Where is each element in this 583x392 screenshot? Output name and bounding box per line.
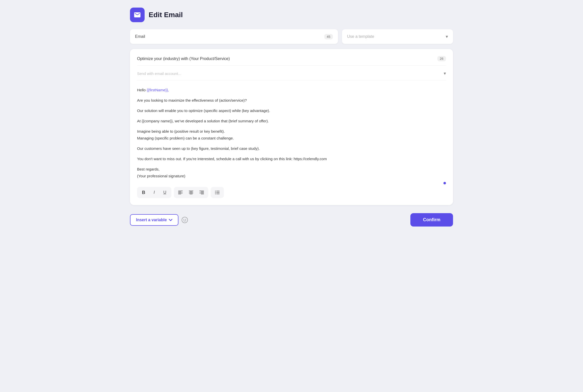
svg-rect-10 [199,193,204,193]
list-button[interactable] [214,189,221,196]
bold-button[interactable]: B [140,189,147,196]
insert-variable-arrow-icon [169,218,172,222]
svg-rect-9 [201,192,204,192]
header: Edit Email [130,8,453,22]
svg-rect-1 [178,192,181,192]
svg-point-18 [182,217,188,223]
insert-variable-button[interactable]: Insert a variable [130,214,178,226]
italic-button[interactable]: I [151,189,158,196]
body-line-3: Our solution will enable you to optimize… [137,107,446,114]
body-line-2: Are you looking to maximize the effectiv… [137,97,446,104]
emoji-button[interactable] [181,217,188,223]
page-title: Edit Email [149,11,183,19]
align-right-button[interactable] [198,189,205,196]
bottom-bar: Insert a variable Confirm [130,211,453,227]
dot-indicator [443,182,446,184]
svg-rect-17 [216,194,220,194]
body-line-6: Our customers have seen up to (key figur… [137,145,446,152]
svg-rect-4 [189,191,193,191]
svg-rect-2 [178,193,183,193]
firstname-variable: {{firstName}}, [147,88,169,92]
svg-rect-3 [178,194,181,194]
svg-rect-0 [178,191,183,191]
template-dropdown-label: Use a template [347,34,374,39]
svg-rect-13 [216,191,220,191]
emoji-icon [181,217,188,223]
svg-rect-8 [199,191,204,191]
align-center-button[interactable] [188,189,195,196]
subject-badge: 26 [437,56,446,61]
body-line-4: At {{company name}}, we've developed a s… [137,118,446,124]
align-left-button[interactable] [177,189,184,196]
email-editor-card: Optimize your (industry) with (Your Prod… [130,49,453,205]
svg-rect-7 [190,194,193,194]
svg-point-20 [185,219,186,220]
body-line-1: Hello {{firstName}}, [137,87,446,93]
svg-point-16 [215,193,216,194]
svg-point-12 [215,191,216,191]
insert-variable-label: Insert a variable [136,218,167,222]
svg-rect-6 [189,193,193,193]
body-line-8: Best regards,(Your professional signatur… [137,166,446,179]
svg-rect-15 [216,192,220,193]
page-container: Edit Email Email 45 Use a template ▾ Opt… [130,8,453,227]
svg-point-14 [215,192,216,193]
email-tab[interactable]: Email 45 [130,29,338,44]
svg-rect-5 [190,192,193,192]
left-bottom-actions: Insert a variable [130,214,188,226]
svg-rect-11 [201,194,204,194]
toolbar: B I U [137,187,446,198]
email-tab-label: Email [135,34,145,39]
alignment-group [174,187,208,198]
email-icon-box [130,8,145,22]
confirm-button[interactable]: Confirm [410,213,453,227]
email-tab-badge: 45 [324,34,333,39]
email-icon [134,11,141,19]
svg-point-19 [183,219,184,220]
list-group [211,187,224,198]
send-account-row[interactable]: Send with email account... ▾ [137,71,446,80]
send-account-placeholder: Send with email account... [137,71,181,76]
top-controls: Email 45 Use a template ▾ [130,29,453,44]
body-line-7: You don't want to miss out. If you're in… [137,155,446,162]
email-body[interactable]: Hello {{firstName}}, Are you looking to … [137,87,446,179]
template-dropdown-arrow-icon: ▾ [446,34,448,39]
send-account-arrow-icon: ▾ [444,71,446,76]
body-line-5: Imagine being able to (positive result o… [137,128,446,142]
template-dropdown[interactable]: Use a template ▾ [342,29,453,44]
formatting-group: B I U [137,187,171,198]
underline-button[interactable]: U [161,189,168,196]
subject-row: Optimize your (industry) with (Your Prod… [137,56,446,66]
subject-text: Optimize your (industry) with (Your Prod… [137,57,230,61]
